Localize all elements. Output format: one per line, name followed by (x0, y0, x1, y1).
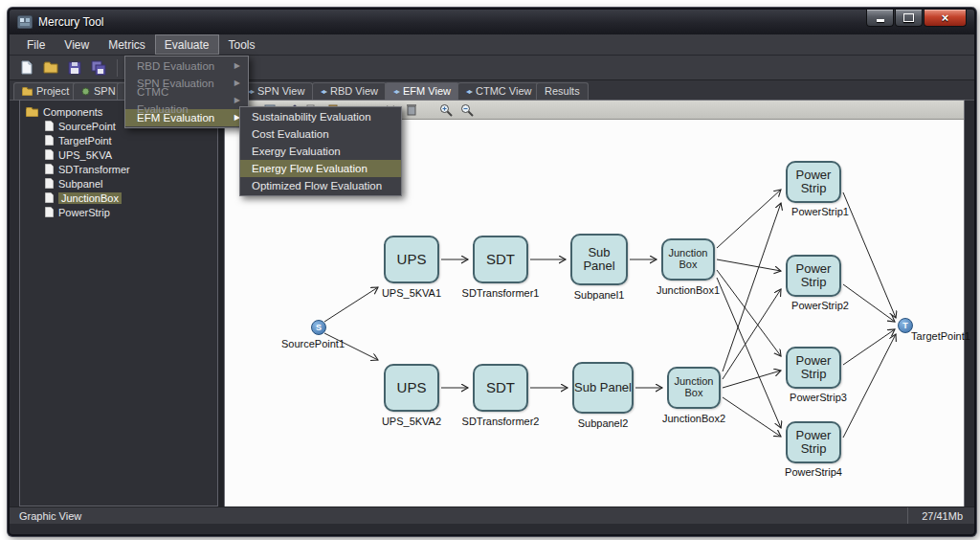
tree-item-label: SourcePoint (58, 121, 116, 132)
node-junctionbox1[interactable]: Junction Box (661, 238, 715, 281)
zoom-in-button[interactable] (437, 102, 455, 118)
node-text: Power Strip (788, 429, 839, 456)
zoom-out-button[interactable] (458, 102, 476, 118)
menu-item-energy-flow-evaluation[interactable]: Energy Flow Evaluation (240, 160, 401, 177)
tree-item-ups5kva[interactable]: UPS_5KVA (20, 147, 217, 162)
view-tab-icon: ◂▸ (393, 83, 399, 100)
menu-item-exergy-evaluation[interactable]: Exergy Evaluation (240, 143, 401, 160)
tab-label: Project (36, 83, 69, 100)
tab-ctmc-view[interactable]: ◂▸ CTMC View (457, 82, 541, 100)
tab-results[interactable]: Results (536, 82, 589, 100)
node-ups1[interactable]: UPS (384, 236, 439, 283)
menu-item-label: EFM Evaluation (137, 109, 214, 126)
node-text: Junction Box (663, 248, 713, 271)
tree-item-powerstrip[interactable]: PowerStrip (20, 205, 217, 219)
tree-item-label: Subpanel (58, 178, 103, 190)
menu-metrics[interactable]: Metrics (99, 34, 155, 55)
menu-item-label: Cost Evaluation (252, 125, 329, 143)
node-label: PowerStrip2 (791, 300, 849, 311)
menu-item-optimized-flow-evaluation[interactable]: Optimized Flow Evaluation (240, 177, 401, 194)
menu-view[interactable]: View (55, 34, 99, 55)
tab-label: EFM View (403, 83, 451, 100)
node-sdt2[interactable]: SDT (473, 364, 528, 412)
open-button[interactable] (41, 58, 60, 78)
tab-efm-view[interactable]: ◂▸ EFM View (385, 82, 459, 100)
node-powerstrip4[interactable]: Power Strip (786, 421, 841, 463)
zoom-in-icon (439, 103, 453, 117)
new-file-icon (20, 60, 33, 75)
node-label: SDTransformer1 (462, 287, 540, 299)
node-ups2[interactable]: UPS (384, 364, 439, 412)
efm-submenu: Sustainability Evaluation Cost Evaluatio… (239, 106, 402, 196)
document-icon (45, 207, 54, 217)
node-junctionbox2[interactable]: Junction Box (667, 367, 721, 409)
tree-item-subpanel[interactable]: Subpanel (20, 176, 217, 191)
save-icon (68, 61, 81, 75)
node-label: JunctionBox1 (657, 284, 720, 296)
close-icon: × (942, 11, 949, 25)
node-powerstrip3[interactable]: Power Strip (786, 347, 841, 389)
tree-item-junctionbox[interactable]: JunctionBox (20, 191, 217, 205)
node-text: SDT (486, 380, 515, 395)
titlebar[interactable]: Mercury Tool × (10, 10, 974, 34)
tree-item-label: SDTransformer (58, 164, 130, 175)
minimize-icon (877, 19, 884, 22)
menu-item-efm-evaluation[interactable]: EFM Evaluation ▶ (125, 109, 248, 126)
node-subpanel2[interactable]: Sub Panel (572, 362, 634, 414)
tree-item-sdtransformer[interactable]: SDTransformer (20, 162, 217, 176)
trash-icon (406, 103, 417, 116)
node-text: Power Strip (788, 169, 839, 195)
source-glyph: S (316, 323, 322, 332)
node-powerstrip2[interactable]: Power Strip (786, 255, 841, 297)
save-all-button[interactable] (89, 58, 108, 78)
node-label: JunctionBox2 (662, 413, 725, 424)
node-text: Sub Panel (574, 381, 632, 394)
save-button[interactable] (65, 58, 84, 78)
target-glyph: T (902, 321, 908, 330)
menu-item-ctmc-evaluation[interactable]: CTMC Evaluation ▶ (125, 92, 248, 109)
tree-item-targetpoint[interactable]: TargetPoint (20, 133, 217, 147)
open-folder-icon (43, 61, 58, 74)
project-tab-icon (22, 87, 33, 96)
menu-tools[interactable]: Tools (219, 34, 265, 55)
view-tab-icon: ◂▸ (321, 83, 326, 100)
status-memory: 27/41Mb (907, 507, 974, 524)
tree-item-label: UPS_5KVA (58, 149, 112, 161)
menu-item-rbd-evaluation[interactable]: RBD Evaluation ▶ (125, 57, 248, 75)
node-subpanel1[interactable]: Sub Panel (570, 234, 628, 285)
window-title: Mercury Tool (38, 15, 103, 29)
document-icon (45, 135, 54, 146)
tab-label: Results (545, 83, 580, 100)
tab-label: SPN (94, 83, 116, 100)
evaluate-dropdown-menu: RBD Evaluation ▶ SPN Evaluation ▶ CTMC E… (124, 56, 249, 128)
delete-button[interactable] (403, 102, 420, 118)
document-icon (45, 178, 54, 189)
document-icon (45, 121, 54, 131)
menu-item-label: Optimized Flow Evaluation (252, 177, 382, 194)
node-powerstrip1[interactable]: Power Strip (786, 161, 841, 203)
node-sdt1[interactable]: SDT (473, 236, 528, 283)
tree-root-label: Components (43, 106, 102, 118)
tab-rbd-view[interactable]: ◂▸ RBD View (312, 82, 387, 100)
menu-item-cost-evaluation[interactable]: Cost Evaluation (240, 125, 401, 143)
minimize-button[interactable] (866, 10, 894, 27)
node-label: PowerStrip4 (785, 466, 842, 478)
menubar: File View Metrics Evaluate Tools (10, 34, 974, 56)
components-tree-panel: Components SourcePoint TargetPoint UPS_5… (19, 100, 218, 506)
maximize-icon (903, 13, 914, 22)
node-text: Sub Panel (572, 246, 626, 273)
menu-evaluate[interactable]: Evaluate (155, 34, 219, 55)
tab-spn-view[interactable]: ◂▸ SPN View (239, 82, 313, 100)
tab-label: SPN View (257, 83, 304, 100)
new-file-button[interactable] (17, 58, 36, 78)
source-point-node[interactable]: S (311, 320, 326, 335)
menu-file[interactable]: File (17, 34, 55, 55)
menu-item-label: Exergy Evaluation (252, 143, 341, 160)
app-icon (17, 15, 33, 29)
tree-item-label: TargetPoint (58, 135, 112, 146)
close-button[interactable]: × (924, 10, 967, 27)
menu-item-sustainability-evaluation[interactable]: Sustainability Evaluation (240, 108, 401, 125)
node-text: Junction Box (669, 376, 719, 399)
maximize-button[interactable] (895, 10, 923, 27)
tab-project[interactable]: Project (13, 82, 78, 100)
